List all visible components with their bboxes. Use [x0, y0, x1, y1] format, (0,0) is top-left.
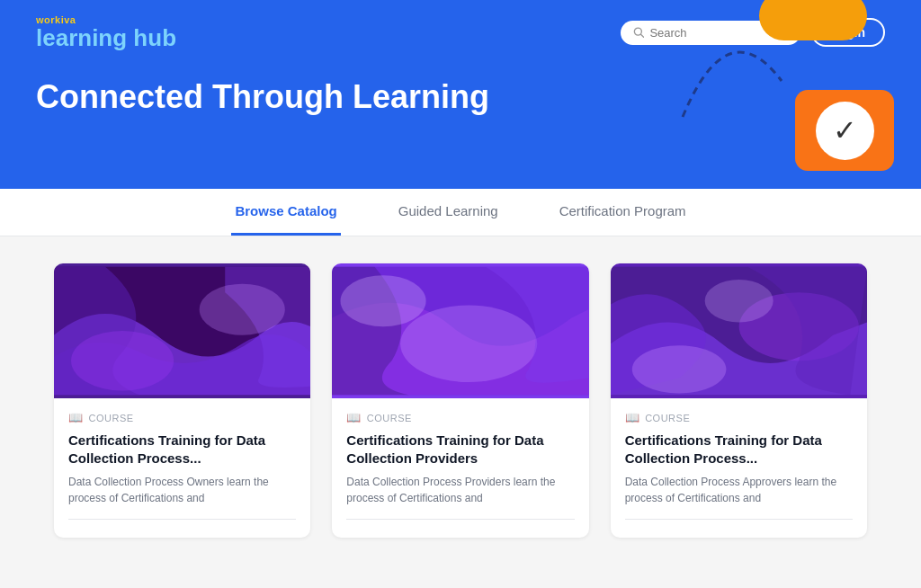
card-type-1: 📖 COURSE [68, 411, 296, 424]
card-type-2: 📖 COURSE [346, 411, 574, 424]
svg-point-3 [71, 331, 174, 391]
card-image-2 [332, 263, 588, 398]
logo-hub: hub [127, 24, 176, 51]
logo-text: learning hub [36, 25, 176, 51]
deco-checkmark-box: ✓ [795, 90, 894, 171]
book-icon-2: 📖 [346, 411, 362, 424]
cards-grid: 📖 COURSE Certifications Training for Dat… [54, 263, 867, 538]
nav-tabs: Browse Catalog Guided Learning Certifica… [0, 189, 921, 236]
course-card-2[interactable]: 📖 COURSE Certifications Training for Dat… [332, 263, 588, 538]
card-desc-3: Data Collection Process Approvers learn … [625, 474, 853, 506]
course-card-1[interactable]: 📖 COURSE Certifications Training for Dat… [54, 263, 310, 538]
card-title-3: Certifications Training for Data Collect… [625, 432, 853, 467]
card-body-3: 📖 COURSE Certifications Training for Dat… [611, 398, 867, 538]
card-divider-3 [625, 519, 853, 520]
main-content: 📖 COURSE Certifications Training for Dat… [0, 236, 921, 565]
svg-point-11 [704, 280, 773, 323]
svg-line-1 [640, 35, 643, 38]
tab-browse-catalog[interactable]: Browse Catalog [231, 189, 340, 236]
svg-point-4 [200, 284, 285, 335]
card-image-3 [611, 263, 867, 398]
header-section: ✓ workiva learning hub Login Connected T… [0, 0, 921, 189]
card-divider-1 [68, 519, 296, 520]
card-title-1: Certifications Training for Data Collect… [68, 432, 296, 467]
course-card-3[interactable]: 📖 COURSE Certifications Training for Dat… [611, 263, 867, 538]
search-icon [633, 26, 645, 39]
book-icon-3: 📖 [625, 411, 640, 424]
logo-learning: learning [36, 24, 127, 51]
card-type-3: 📖 COURSE [625, 411, 853, 424]
card-body-2: 📖 COURSE Certifications Training for Dat… [332, 398, 588, 538]
card-title-2: Certifications Training for Data Collect… [346, 432, 574, 467]
logo: workiva learning hub [36, 14, 176, 51]
svg-point-10 [631, 345, 726, 393]
checkmark-circle: ✓ [816, 102, 874, 160]
card-desc-1: Data Collection Process Owners learn the… [68, 474, 296, 506]
svg-point-6 [400, 305, 537, 382]
card-image-1 [54, 263, 310, 398]
tab-guided-learning[interactable]: Guided Learning [395, 189, 502, 236]
card-desc-2: Data Collection Process Providers learn … [346, 474, 574, 506]
svg-point-7 [341, 275, 426, 326]
card-body-1: 📖 COURSE Certifications Training for Dat… [54, 398, 310, 538]
book-icon-1: 📖 [68, 411, 84, 424]
deco-arc-icon [665, 27, 791, 135]
tab-certification-program[interactable]: Certification Program [556, 189, 690, 236]
card-divider-2 [346, 519, 574, 520]
